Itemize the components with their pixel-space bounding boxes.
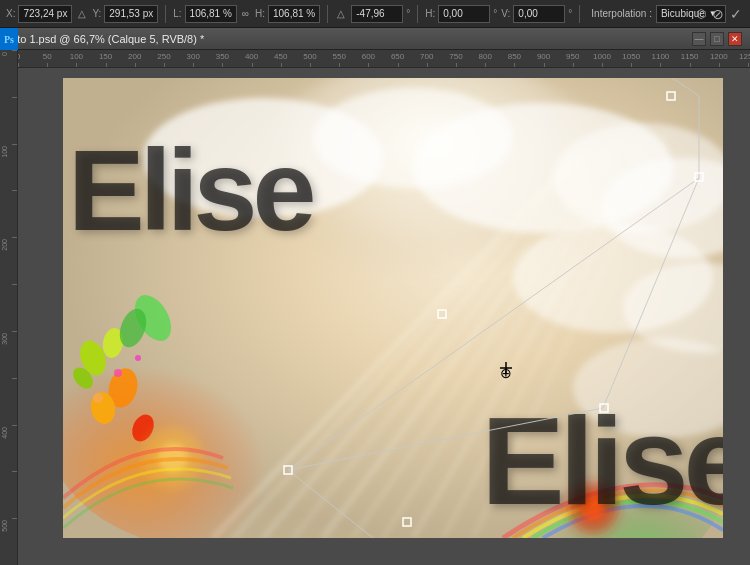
ruler-label: 1000 [593, 52, 611, 61]
ruler-label: 1100 [651, 52, 669, 61]
ruler-tick-v [12, 471, 17, 472]
y-label: Y: [92, 8, 101, 19]
v-group: V: 0,00 ° [501, 5, 572, 23]
ruler-label: 750 [449, 52, 462, 61]
h2-value[interactable]: 0,00 [438, 5, 490, 23]
maximize-button[interactable]: □ [710, 32, 724, 46]
ps-icon: Ps [0, 28, 18, 50]
sep-1 [165, 5, 166, 23]
ruler-label: 150 [99, 52, 112, 61]
degree-symbol-2: ° [493, 8, 497, 19]
h-label: H: [255, 8, 265, 19]
angle-group: -47,96 ° [351, 5, 410, 23]
y-value[interactable]: 291,53 px [104, 5, 158, 23]
elise-text-top: Elise [68, 133, 312, 248]
v-value[interactable]: 0,00 [513, 5, 565, 23]
ruler-label: 800 [479, 52, 492, 61]
degree-symbol-3: ° [568, 8, 572, 19]
ruler-label-v: 300 [1, 333, 8, 345]
v-label: V: [501, 8, 510, 19]
top-toolbar: Ps X: 723,24 px △ Y: 291,53 px L: 106,81… [0, 0, 750, 28]
ruler-label: 300 [187, 52, 200, 61]
delta-icon-1: △ [76, 8, 88, 19]
ruler-label: 600 [362, 52, 375, 61]
close-button[interactable]: ✕ [728, 32, 742, 46]
elise-text-bottom: Elise [481, 398, 723, 523]
ruler-label: 950 [566, 52, 579, 61]
ruler-label: 850 [508, 52, 521, 61]
h2-label: H: [425, 8, 435, 19]
left-ruler: 0100200300400500 [0, 50, 18, 565]
ruler-label: 900 [537, 52, 550, 61]
minimize-button[interactable]: — [692, 32, 706, 46]
title-bar: tuto 1.psd @ 66,7% (Calque 5, RVB/8) * —… [0, 28, 750, 50]
ruler-label-v: 200 [1, 239, 8, 251]
x-label: X: [6, 8, 15, 19]
ruler-label: 700 [420, 52, 433, 61]
l-label: L: [173, 8, 181, 19]
l-group: L: 106,81 % ∞ [173, 5, 251, 23]
ruler-label: 1150 [681, 52, 699, 61]
ruler-label-v: 500 [1, 520, 8, 532]
delta-icon-2: △ [335, 8, 347, 19]
window-controls: — □ ✕ [692, 32, 742, 46]
svg-point-28 [114, 369, 122, 377]
person-icon: ⬡ [696, 7, 706, 21]
ruler-label-v: 0 [1, 52, 8, 56]
ruler-label: 400 [245, 52, 258, 61]
ruler-label: 650 [391, 52, 404, 61]
canvas-wrapper: 0501001502002503003504004505005506006507… [18, 50, 750, 565]
window-title: tuto 1.psd @ 66,7% (Calque 5, RVB/8) * [8, 33, 204, 45]
h2-group: H: 0,00 ° [425, 5, 497, 23]
ruler-label: 250 [157, 52, 170, 61]
angle-value[interactable]: -47,96 [351, 5, 403, 23]
svg-point-30 [93, 393, 103, 403]
h-value[interactable]: 106,81 % [268, 5, 320, 23]
infinity-icon: ∞ [240, 8, 251, 19]
ruler-label-v: 400 [1, 427, 8, 439]
cancel-icon[interactable]: ⊘ [712, 6, 724, 22]
workspace: 0100200300400500 05010015020025030035040… [0, 50, 750, 565]
ruler-tick-v [12, 50, 17, 51]
l-value[interactable]: 106,81 % [185, 5, 237, 23]
ruler-label: 450 [274, 52, 287, 61]
ruler-label: 200 [128, 52, 141, 61]
canvas-area[interactable]: Elise Elise [18, 68, 750, 565]
h-group: H: 106,81 % [255, 5, 320, 23]
sep-4 [579, 5, 580, 23]
ruler-tick-v [12, 144, 17, 145]
right-toolbar-icons: ⬡ ⊘ ✓ [696, 0, 750, 28]
x-coord-group: X: 723,24 px [6, 5, 72, 23]
ruler-tick-v [12, 331, 17, 332]
ruler-label: 0 [18, 52, 20, 61]
ruler-label: 1250 [739, 52, 750, 61]
ruler-tick-v [12, 284, 17, 285]
ps-label: Ps [4, 34, 14, 45]
ruler-label: 50 [43, 52, 52, 61]
ruler-label: 550 [333, 52, 346, 61]
interpolation-label: Interpolation : [591, 8, 652, 19]
degree-symbol-1: ° [406, 8, 410, 19]
x-value[interactable]: 723,24 px [18, 5, 72, 23]
ruler-label-v: 100 [1, 146, 8, 158]
y-coord-group: Y: 291,53 px [92, 5, 158, 23]
ruler-tick-v [12, 425, 17, 426]
ruler-tick-v [12, 237, 17, 238]
ruler-tick-v [12, 190, 17, 191]
ruler-tick-v [12, 518, 17, 519]
ruler-tick-v [12, 97, 17, 98]
ruler-label: 350 [216, 52, 229, 61]
confirm-icon[interactable]: ✓ [730, 6, 742, 22]
sep-2 [327, 5, 328, 23]
top-ruler: 0501001502002503003504004505005506006507… [18, 50, 750, 68]
svg-point-29 [135, 355, 141, 361]
ruler-label: 100 [70, 52, 83, 61]
ruler-label: 1200 [710, 52, 728, 61]
ps-canvas: Elise Elise [63, 78, 723, 538]
ruler-label: 1050 [622, 52, 640, 61]
ruler-tick-v [12, 378, 17, 379]
ruler-label: 500 [303, 52, 316, 61]
sep-3 [417, 5, 418, 23]
